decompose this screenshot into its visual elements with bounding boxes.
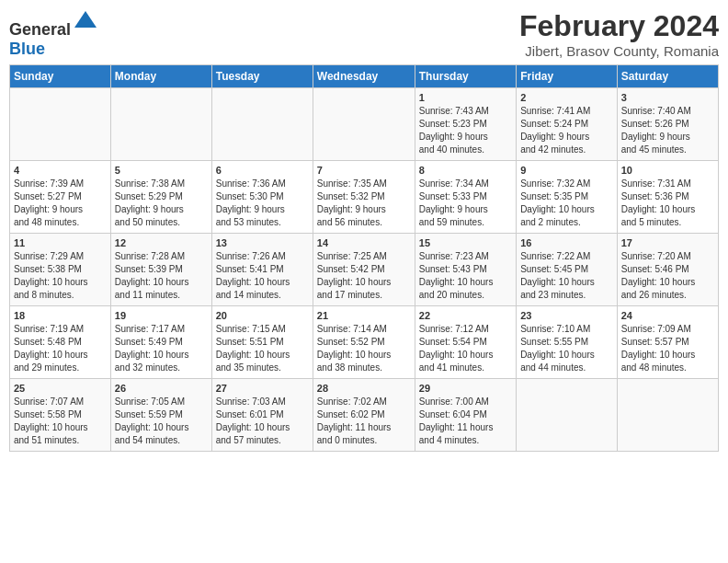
day-info: Sunrise: 7:05 AMSunset: 5:59 PMDaylight:… bbox=[115, 396, 208, 447]
day-cell: 25Sunrise: 7:07 AMSunset: 5:58 PMDayligh… bbox=[10, 379, 111, 452]
day-info: Sunrise: 7:02 AMSunset: 6:02 PMDaylight:… bbox=[317, 396, 411, 447]
day-number: 9 bbox=[520, 165, 613, 176]
day-number: 5 bbox=[115, 165, 208, 176]
week-row-2: 4Sunrise: 7:39 AMSunset: 5:27 PMDaylight… bbox=[10, 161, 719, 234]
day-cell: 21Sunrise: 7:14 AMSunset: 5:52 PMDayligh… bbox=[313, 306, 415, 379]
logo-general: General bbox=[9, 20, 71, 39]
day-cell: 19Sunrise: 7:17 AMSunset: 5:49 PMDayligh… bbox=[110, 306, 211, 379]
day-number: 20 bbox=[216, 310, 309, 321]
day-cell: 10Sunrise: 7:31 AMSunset: 5:36 PMDayligh… bbox=[617, 161, 718, 234]
day-cell: 9Sunrise: 7:32 AMSunset: 5:35 PMDaylight… bbox=[517, 161, 618, 234]
week-row-4: 18Sunrise: 7:19 AMSunset: 5:48 PMDayligh… bbox=[10, 306, 719, 379]
day-cell: 24Sunrise: 7:09 AMSunset: 5:57 PMDayligh… bbox=[617, 306, 718, 379]
day-number: 3 bbox=[621, 92, 714, 103]
day-cell: 20Sunrise: 7:15 AMSunset: 5:51 PMDayligh… bbox=[211, 306, 313, 379]
day-cell: 17Sunrise: 7:20 AMSunset: 5:46 PMDayligh… bbox=[617, 234, 718, 306]
day-info: Sunrise: 7:26 AMSunset: 5:41 PMDaylight:… bbox=[216, 250, 309, 302]
day-cell: 3Sunrise: 7:40 AMSunset: 5:26 PMDaylight… bbox=[617, 88, 718, 161]
day-info: Sunrise: 7:38 AMSunset: 5:29 PMDaylight:… bbox=[115, 178, 208, 229]
month-title: February 2024 bbox=[519, 9, 719, 43]
day-info: Sunrise: 7:40 AMSunset: 5:26 PMDaylight:… bbox=[621, 105, 714, 156]
day-number: 11 bbox=[14, 237, 107, 248]
day-info: Sunrise: 7:20 AMSunset: 5:46 PMDaylight:… bbox=[621, 250, 714, 302]
day-number: 10 bbox=[621, 165, 714, 176]
day-info: Sunrise: 7:25 AMSunset: 5:42 PMDaylight:… bbox=[317, 250, 411, 302]
day-number: 14 bbox=[317, 237, 411, 248]
day-cell: 15Sunrise: 7:23 AMSunset: 5:43 PMDayligh… bbox=[415, 234, 516, 306]
day-info: Sunrise: 7:29 AMSunset: 5:38 PMDaylight:… bbox=[14, 250, 107, 302]
day-number: 2 bbox=[520, 92, 613, 103]
day-info: Sunrise: 7:34 AMSunset: 5:33 PMDaylight:… bbox=[419, 178, 512, 229]
day-cell: 22Sunrise: 7:12 AMSunset: 5:54 PMDayligh… bbox=[415, 306, 516, 379]
day-number: 23 bbox=[520, 310, 613, 321]
day-number: 7 bbox=[317, 165, 411, 176]
day-number: 22 bbox=[419, 310, 512, 321]
day-number: 16 bbox=[520, 237, 613, 248]
day-info: Sunrise: 7:31 AMSunset: 5:36 PMDaylight:… bbox=[621, 178, 714, 229]
day-info: Sunrise: 7:00 AMSunset: 6:04 PMDaylight:… bbox=[419, 396, 512, 447]
day-number: 12 bbox=[115, 237, 208, 248]
day-number: 15 bbox=[419, 237, 512, 248]
day-info: Sunrise: 7:12 AMSunset: 5:54 PMDaylight:… bbox=[419, 323, 512, 374]
day-cell bbox=[617, 379, 718, 452]
day-info: Sunrise: 7:09 AMSunset: 5:57 PMDaylight:… bbox=[621, 323, 714, 374]
day-info: Sunrise: 7:39 AMSunset: 5:27 PMDaylight:… bbox=[14, 178, 107, 229]
day-number: 24 bbox=[621, 310, 714, 321]
day-cell: 12Sunrise: 7:28 AMSunset: 5:39 PMDayligh… bbox=[110, 234, 211, 306]
header-cell-tuesday: Tuesday bbox=[211, 65, 313, 88]
week-row-5: 25Sunrise: 7:07 AMSunset: 5:58 PMDayligh… bbox=[10, 379, 719, 452]
location-title: Jibert, Brasov County, Romania bbox=[519, 43, 719, 59]
day-cell bbox=[10, 88, 111, 161]
day-info: Sunrise: 7:22 AMSunset: 5:45 PMDaylight:… bbox=[520, 250, 613, 302]
page-header: General Blue February 2024 Jibert, Braso… bbox=[9, 9, 719, 59]
day-cell: 7Sunrise: 7:35 AMSunset: 5:32 PMDaylight… bbox=[313, 161, 415, 234]
day-number: 21 bbox=[317, 310, 411, 321]
day-cell: 29Sunrise: 7:00 AMSunset: 6:04 PMDayligh… bbox=[415, 379, 516, 452]
day-number: 28 bbox=[317, 383, 411, 394]
day-cell: 26Sunrise: 7:05 AMSunset: 5:59 PMDayligh… bbox=[110, 379, 211, 452]
day-cell: 16Sunrise: 7:22 AMSunset: 5:45 PMDayligh… bbox=[517, 234, 618, 306]
week-row-3: 11Sunrise: 7:29 AMSunset: 5:38 PMDayligh… bbox=[10, 234, 719, 306]
day-info: Sunrise: 7:10 AMSunset: 5:55 PMDaylight:… bbox=[520, 323, 613, 374]
header-row: SundayMondayTuesdayWednesdayThursdayFrid… bbox=[10, 65, 719, 88]
logo-text: General Blue bbox=[9, 9, 98, 59]
day-info: Sunrise: 7:07 AMSunset: 5:58 PMDaylight:… bbox=[14, 396, 107, 447]
day-cell bbox=[517, 379, 618, 452]
day-cell: 11Sunrise: 7:29 AMSunset: 5:38 PMDayligh… bbox=[10, 234, 111, 306]
day-cell: 8Sunrise: 7:34 AMSunset: 5:33 PMDaylight… bbox=[415, 161, 516, 234]
title-block: February 2024 Jibert, Brasov County, Rom… bbox=[519, 9, 719, 59]
day-cell bbox=[211, 88, 313, 161]
svg-marker-0 bbox=[74, 11, 97, 28]
day-cell: 23Sunrise: 7:10 AMSunset: 5:55 PMDayligh… bbox=[517, 306, 618, 379]
day-number: 6 bbox=[216, 165, 309, 176]
day-info: Sunrise: 7:32 AMSunset: 5:35 PMDaylight:… bbox=[520, 178, 613, 229]
day-cell: 4Sunrise: 7:39 AMSunset: 5:27 PMDaylight… bbox=[10, 161, 111, 234]
day-cell: 2Sunrise: 7:41 AMSunset: 5:24 PMDaylight… bbox=[517, 88, 618, 161]
day-cell: 6Sunrise: 7:36 AMSunset: 5:30 PMDaylight… bbox=[211, 161, 313, 234]
logo-icon bbox=[73, 9, 98, 35]
logo: General Blue bbox=[9, 9, 98, 59]
day-info: Sunrise: 7:43 AMSunset: 5:23 PMDaylight:… bbox=[419, 105, 512, 156]
day-cell: 28Sunrise: 7:02 AMSunset: 6:02 PMDayligh… bbox=[313, 379, 415, 452]
day-info: Sunrise: 7:03 AMSunset: 6:01 PMDaylight:… bbox=[216, 396, 309, 447]
header-cell-friday: Friday bbox=[517, 65, 618, 88]
day-cell bbox=[313, 88, 415, 161]
logo-blue: Blue bbox=[9, 40, 45, 58]
day-info: Sunrise: 7:23 AMSunset: 5:43 PMDaylight:… bbox=[419, 250, 512, 302]
header-cell-saturday: Saturday bbox=[617, 65, 718, 88]
day-number: 18 bbox=[14, 310, 107, 321]
header-cell-sunday: Sunday bbox=[10, 65, 111, 88]
day-info: Sunrise: 7:36 AMSunset: 5:30 PMDaylight:… bbox=[216, 178, 309, 229]
day-number: 1 bbox=[419, 92, 512, 103]
day-info: Sunrise: 7:17 AMSunset: 5:49 PMDaylight:… bbox=[115, 323, 208, 374]
header-cell-wednesday: Wednesday bbox=[313, 65, 415, 88]
day-cell: 14Sunrise: 7:25 AMSunset: 5:42 PMDayligh… bbox=[313, 234, 415, 306]
day-cell bbox=[110, 88, 211, 161]
calendar-body: 1Sunrise: 7:43 AMSunset: 5:23 PMDaylight… bbox=[10, 88, 719, 452]
header-cell-monday: Monday bbox=[110, 65, 211, 88]
calendar-header: SundayMondayTuesdayWednesdayThursdayFrid… bbox=[10, 65, 719, 88]
week-row-1: 1Sunrise: 7:43 AMSunset: 5:23 PMDaylight… bbox=[10, 88, 719, 161]
day-info: Sunrise: 7:41 AMSunset: 5:24 PMDaylight:… bbox=[520, 105, 613, 156]
day-number: 27 bbox=[216, 383, 309, 394]
day-number: 25 bbox=[14, 383, 107, 394]
